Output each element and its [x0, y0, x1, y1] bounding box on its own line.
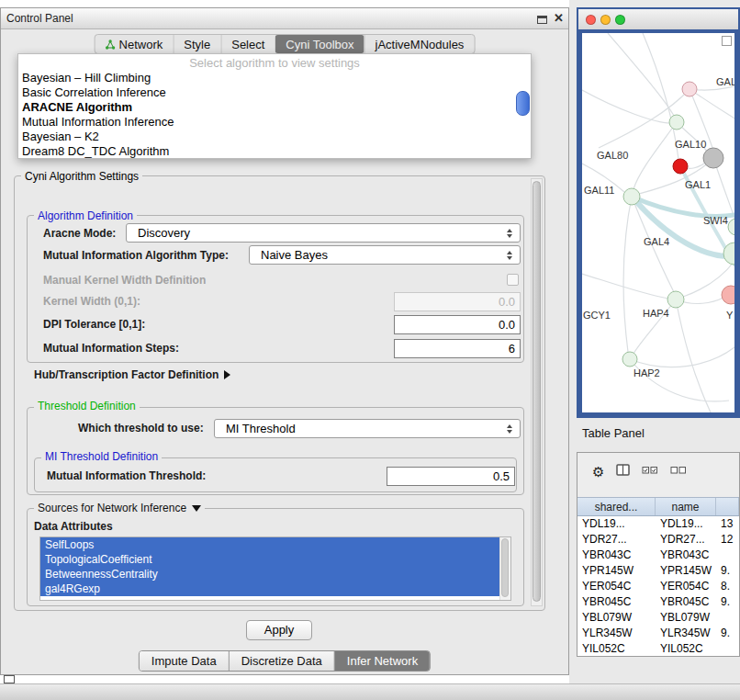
zoom-window-icon[interactable]	[615, 15, 625, 25]
table-row[interactable]: YDR27...YDR27...12	[577, 532, 739, 548]
column-header[interactable]: name	[656, 498, 716, 515]
tab-label: jActiveMNodules	[376, 38, 465, 51]
mi-threshold-label: Mutual Information Threshold:	[47, 469, 206, 482]
network-node[interactable]	[682, 82, 697, 96]
settings-scrollbar[interactable]	[531, 178, 543, 606]
mi-threshold-field[interactable]	[387, 467, 515, 486]
tab-jactivemnodules[interactable]: jActiveMNodules	[364, 35, 475, 53]
network-view-window: GALGAL80GAL10GAL11GAL1SWI4GAL4GCY1HAP4YH…	[577, 7, 740, 418]
table-panel-window: ⚙ shared...name YDL19...YDL19...13YDR27.…	[577, 452, 740, 657]
gear-icon[interactable]: ⚙	[592, 465, 604, 479]
attribute-list-scrollbar[interactable]	[499, 537, 510, 600]
network-edge	[633, 198, 734, 256]
aracne-mode-select[interactable]: Discovery	[126, 223, 521, 243]
collapse-triangle-icon[interactable]	[192, 505, 201, 512]
attribute-item[interactable]: TopologicalCoefficient	[40, 552, 499, 567]
algorithm-option[interactable]: Bayesian – Hill Climbing	[18, 71, 531, 85]
algorithm-option[interactable]: Dream8 DC_TDC Algorithm	[18, 144, 531, 159]
tab-style[interactable]: Style	[173, 35, 220, 53]
kernel-width-field	[394, 292, 521, 311]
node-label: GAL11	[584, 185, 614, 196]
sources-collapser[interactable]: Sources for Network Inference	[34, 502, 205, 514]
close-panel-icon[interactable]: ✕	[554, 11, 564, 25]
table-row[interactable]: YLR345WYLR345W9.	[577, 626, 739, 641]
hub-definition-expander[interactable]: Hub/Transcription Factor Definition	[34, 368, 230, 381]
network-icon	[106, 40, 116, 50]
tab-label: Cyni Toolbox	[286, 38, 353, 51]
dropdown-placeholder: Select algorithm to view settings	[18, 56, 531, 71]
table-row[interactable]: YER054CYER054C8.	[577, 579, 739, 594]
select-all-icon[interactable]	[642, 465, 658, 478]
network-window-titlebar[interactable]	[578, 9, 738, 29]
settings-scroll-thumb[interactable]	[533, 181, 541, 602]
column-header[interactable]	[716, 498, 739, 515]
algorithm-option[interactable]: Basic Correlation Inference	[18, 85, 531, 100]
network-node[interactable]	[667, 291, 684, 308]
table-panel-title: Table Panel	[582, 426, 645, 440]
table-row[interactable]: YDL19...YDL19...13	[577, 516, 739, 532]
attribute-item[interactable]: SelfLoops	[40, 537, 499, 552]
node-label: GAL4	[644, 236, 669, 247]
tab-discretize-data[interactable]: Discretize Data	[229, 651, 334, 671]
attribute-list-scroll-thumb[interactable]	[501, 538, 509, 597]
tab-cyni-toolbox[interactable]: Cyni Toolbox	[275, 35, 364, 53]
table-cell: YLR345W	[656, 626, 716, 641]
network-node[interactable]	[622, 352, 637, 367]
table-cell	[716, 548, 739, 563]
node-label: GAL80	[597, 150, 628, 161]
apply-button[interactable]: Apply	[246, 620, 312, 640]
network-node[interactable]	[722, 286, 734, 304]
dropdown-scrollbar-thumb[interactable]	[516, 91, 530, 116]
minimize-window-icon[interactable]	[600, 15, 611, 25]
tab-infer-network[interactable]: Infer Network	[334, 651, 430, 671]
cyni-settings-title: Cyni Algorithm Settings	[21, 170, 142, 183]
tab-label: Network	[119, 38, 163, 51]
column-browser-icon[interactable]	[616, 464, 630, 479]
table-cell: YBL079W	[656, 610, 716, 626]
mi-threshold-group-title: MI Threshold Definition	[41, 450, 162, 463]
tab-select[interactable]: Select	[220, 35, 275, 53]
deselect-all-icon[interactable]	[670, 465, 687, 478]
network-node[interactable]	[703, 148, 723, 168]
algorithm-option[interactable]: Bayesian – K2	[18, 130, 531, 144]
network-corner-widget[interactable]	[722, 36, 732, 46]
mi-steps-field[interactable]	[394, 339, 521, 358]
table-row[interactable]: YIL052CYIL052C	[577, 641, 739, 657]
network-node[interactable]	[669, 115, 684, 130]
control-panel-tabbar: NetworkStyleSelectCyni ToolboxjActiveMNo…	[95, 34, 476, 54]
node-label: SWI4	[703, 215, 728, 226]
bottom-window-edge	[0, 683, 740, 700]
tab-network[interactable]: Network	[95, 35, 174, 53]
algorithm-option[interactable]: Mutual Information Inference	[18, 115, 531, 130]
sources-title: Sources for Network Inference	[38, 502, 186, 514]
mi-algorithm-type-value: Naive Bayes	[250, 248, 502, 262]
expand-triangle-icon[interactable]	[224, 370, 230, 379]
which-threshold-select[interactable]: MI Threshold	[214, 419, 521, 438]
table-cell: YER054C	[656, 579, 716, 594]
hub-definition-label: Hub/Transcription Factor Definition	[34, 368, 219, 381]
mi-algorithm-type-select[interactable]: Naive Bayes	[249, 245, 521, 265]
attribute-item[interactable]: BetweennessCentrality	[40, 567, 499, 581]
node-label: GAL1	[685, 179, 711, 190]
node-label: HAP4	[643, 308, 669, 319]
network-node[interactable]	[623, 188, 640, 205]
network-node[interactable]	[728, 219, 734, 235]
table-row[interactable]: YBR045CYBR045C9.	[577, 594, 739, 610]
float-panel-icon[interactable]	[537, 16, 547, 24]
node-label: HAP2	[633, 367, 660, 378]
node-label: GCY1	[583, 310, 611, 321]
dpi-tolerance-field[interactable]	[394, 315, 521, 334]
tab-impute-data[interactable]: Impute Data	[140, 651, 229, 671]
network-node[interactable]	[673, 159, 688, 174]
column-header[interactable]: shared...	[577, 498, 656, 515]
algorithm-option-list: Bayesian – Hill ClimbingBasic Correlatio…	[18, 71, 531, 159]
algorithm-option[interactable]: ARACNE Algorithm	[18, 100, 531, 115]
table-row[interactable]: YBR043CYBR043C	[577, 548, 739, 563]
data-attributes-label: Data Attributes	[34, 520, 113, 533]
close-window-icon[interactable]	[586, 15, 596, 25]
table-row[interactable]: YBL079WYBL079W	[577, 610, 739, 626]
table-cell: 9.	[716, 626, 739, 641]
aracne-mode-value: Discovery	[127, 226, 502, 240]
attribute-item[interactable]: gal4RGexp	[40, 581, 499, 596]
table-row[interactable]: YPR145WYPR145W9.	[577, 563, 739, 579]
